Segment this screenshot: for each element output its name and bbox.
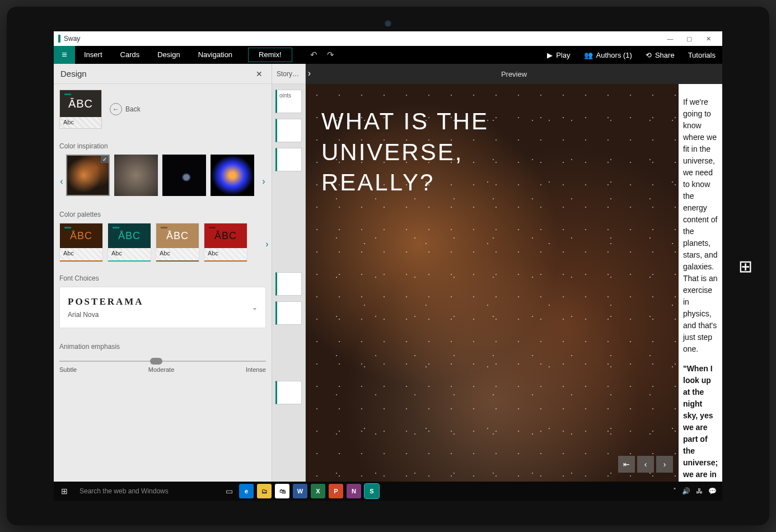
story-card[interactable] — [275, 119, 302, 142]
undo-button[interactable]: ↶ — [306, 50, 322, 60]
story-card[interactable]: oints — [275, 90, 302, 113]
tab-navigation[interactable]: Navigation — [189, 46, 241, 64]
screen: Sway — ▢ ✕ ≡ Insert Cards Design Navigat… — [54, 31, 722, 501]
main-area: Design ✕ ĀBC Abc ← Back — [54, 64, 722, 482]
preview-next[interactable]: › — [656, 456, 673, 473]
font-choices-label: Font Choices — [59, 274, 266, 282]
edge-icon[interactable]: e — [239, 484, 254, 498]
storyline-column: Story… › oints — [272, 64, 306, 482]
preview-body[interactable]: If we're going to know where we fit in t… — [679, 84, 722, 482]
back-arrow-icon: ← — [110, 103, 122, 115]
window-titlebar: Sway — ▢ ✕ — [54, 31, 722, 46]
tray-chevron-icon[interactable]: ˄ — [673, 487, 676, 495]
onenote-icon[interactable]: N — [347, 484, 361, 498]
font-body-name: Arial Nova — [68, 311, 258, 319]
anim-mark-intense: Intense — [246, 366, 266, 373]
storyline-expand[interactable]: › — [308, 68, 311, 78]
story-card[interactable] — [275, 381, 302, 404]
animation-slider-thumb[interactable] — [150, 358, 162, 365]
tutorials-button[interactable]: Tutorials — [681, 51, 722, 59]
design-panel-header: Design ✕ — [54, 64, 272, 84]
animation-emphasis-label: Animation emphasis — [59, 343, 266, 351]
tray-volume-icon[interactable]: 🔊 — [682, 487, 690, 495]
task-view-button[interactable]: ▭ — [221, 483, 237, 500]
palette-option-4[interactable]: ĀBCAbc — [204, 223, 247, 262]
tray-notifications-icon[interactable]: 💬 — [708, 487, 717, 495]
people-icon: 👥 — [584, 51, 593, 59]
palette-option-3[interactable]: ĀBCAbc — [156, 223, 199, 262]
chevron-down-icon: ⌄ — [252, 304, 258, 311]
anim-mark-subtle: Subtle — [59, 366, 77, 373]
hamburger-button[interactable]: ≡ — [54, 46, 75, 64]
story-card[interactable] — [275, 148, 302, 171]
design-panel: Design ✕ ĀBC Abc ← Back — [54, 64, 272, 482]
design-panel-close[interactable]: ✕ — [254, 69, 265, 78]
close-window-button[interactable]: ✕ — [699, 35, 718, 43]
powerpoint-icon[interactable]: P — [329, 484, 343, 498]
remix-button[interactable]: Remix! — [248, 48, 292, 62]
preview-first[interactable]: ⇤ — [618, 456, 635, 473]
preview-headline: WHAT IS THE UNIVERSE, REALLY? — [306, 84, 597, 221]
animation-slider[interactable] — [59, 361, 266, 362]
play-icon: ▶ — [547, 51, 553, 59]
current-style-swatch[interactable]: ĀBC Abc — [59, 90, 102, 129]
palette-next[interactable]: › — [263, 240, 272, 249]
maximize-button[interactable]: ▢ — [680, 35, 699, 43]
taskbar-search[interactable]: Search the web and Windows — [75, 487, 221, 495]
design-panel-title: Design — [60, 69, 87, 78]
color-inspiration-thumb-3[interactable] — [162, 155, 206, 196]
windows-hardware-button[interactable]: ⊞ — [738, 256, 752, 276]
story-card[interactable] — [275, 301, 302, 325]
sway-icon[interactable]: S — [364, 484, 379, 498]
tab-insert[interactable]: Insert — [75, 46, 111, 64]
authors-button[interactable]: 👥 Authors (1) — [577, 51, 639, 59]
share-icon: ⟲ — [646, 51, 652, 59]
font-heading-name: POSTERAMA — [68, 296, 258, 307]
preview-quote: "When I look up at the night sky, yes we… — [683, 363, 718, 482]
color-palettes-label: Color palettes — [59, 211, 266, 218]
font-choices-dropdown[interactable]: POSTERAMA Arial Nova ⌄ — [59, 287, 266, 328]
taskbar: ⊞ Search the web and Windows ▭ e 🗂 🛍 W X… — [54, 482, 722, 501]
play-button[interactable]: ▶ Play — [540, 51, 577, 59]
tab-cards[interactable]: Cards — [111, 46, 149, 64]
share-button[interactable]: ⟲ Share — [639, 51, 681, 59]
ribbon: ≡ Insert Cards Design Navigation Remix! … — [54, 46, 722, 64]
tab-design[interactable]: Design — [148, 46, 189, 64]
excel-icon[interactable]: X — [311, 484, 325, 498]
redo-button[interactable]: ↷ — [322, 50, 339, 60]
titlebar-accent — [58, 35, 60, 43]
ci-prev[interactable]: ‹ — [57, 177, 66, 186]
word-icon[interactable]: W — [293, 484, 307, 498]
color-inspiration-thumb-1[interactable] — [66, 155, 110, 196]
palette-option-1[interactable]: ĀBCAbc — [59, 223, 103, 262]
tablet-frame: ⊞ Sway — ▢ ✕ ≡ Insert Cards Design Navig… — [7, 7, 769, 525]
preview-hero[interactable]: WHAT IS THE UNIVERSE, REALLY? ⇤ ‹ › — [306, 84, 679, 482]
ci-next[interactable]: › — [259, 177, 268, 186]
story-card[interactable] — [275, 272, 302, 296]
color-inspiration-thumb-4[interactable] — [211, 155, 254, 196]
tray-network-icon[interactable]: 🖧 — [696, 487, 703, 495]
storyline-label: Story… — [272, 64, 305, 84]
anim-mark-moderate: Moderate — [148, 366, 174, 373]
preview-label: Preview — [306, 64, 722, 84]
color-inspiration-thumb-2[interactable] — [114, 155, 158, 196]
store-icon[interactable]: 🛍 — [275, 484, 289, 498]
preview-body-p1: If we're going to know where we fit in t… — [683, 96, 718, 355]
preview-prev[interactable]: ‹ — [637, 456, 654, 473]
preview-pane: Preview WHAT IS THE UNIVERSE, REALLY? ⇤ … — [306, 64, 722, 482]
file-explorer-icon[interactable]: 🗂 — [257, 484, 272, 498]
start-button[interactable]: ⊞ — [54, 487, 75, 496]
back-button[interactable]: ← Back — [110, 103, 141, 115]
palette-option-2[interactable]: ĀBCAbc — [107, 223, 151, 262]
app-title: Sway — [64, 35, 80, 43]
color-inspiration-label: Color inspiration — [59, 142, 266, 150]
minimize-button[interactable]: — — [661, 35, 680, 42]
